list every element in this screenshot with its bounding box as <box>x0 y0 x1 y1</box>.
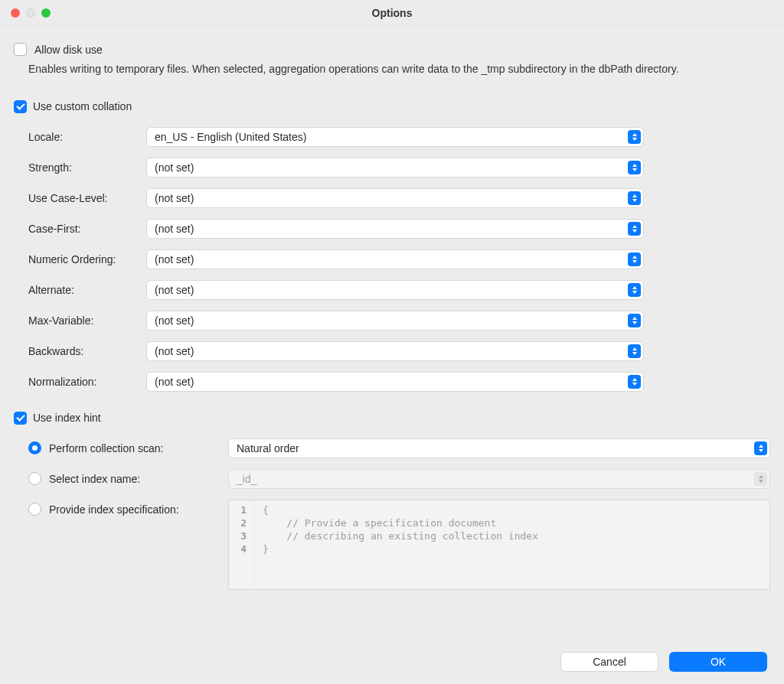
collation-row-case-first: Case-First: (not set) <box>28 219 770 239</box>
collation-select-case-level[interactable]: (not set) <box>146 188 644 208</box>
select-index-name: _id_ <box>228 469 770 489</box>
use-index-hint-section: Use index hint Perform collection scan: … <box>14 412 770 590</box>
collation-label-strength: Strength: <box>28 161 146 174</box>
label-perform-collection-scan: Perform collection scan: <box>49 438 220 458</box>
collation-label-case-level: Use Case-Level: <box>28 192 146 204</box>
collation-label-max-variable: Max-Variable: <box>28 314 146 327</box>
select-stepper-icon <box>628 161 641 174</box>
traffic-lights <box>0 8 51 18</box>
select-stepper-icon <box>754 472 767 486</box>
titlebar: Options <box>0 0 784 26</box>
collation-row-backwards: Backwards: (not set) <box>28 341 770 361</box>
radio-select-index-name[interactable] <box>28 472 41 485</box>
collation-row-normalization: Normalization: (not set) <box>28 372 770 392</box>
option-provide-index-spec: Provide index specification: 1234 { // P… <box>28 500 770 590</box>
option-select-index-name: Select index name: _id_ <box>28 469 770 489</box>
collation-select-case-first[interactable]: (not set) <box>146 219 644 239</box>
collation-select-strength[interactable]: (not set) <box>146 158 644 178</box>
collation-select-normalization[interactable]: (not set) <box>146 372 644 392</box>
select-stepper-icon <box>628 375 641 389</box>
collation-row-alternate: Alternate: (not set) <box>28 280 770 300</box>
collation-value-locale: en_US - English (United States) <box>155 131 306 143</box>
select-stepper-icon <box>628 191 641 205</box>
collation-row-max-variable: Max-Variable: (not set) <box>28 311 770 331</box>
collation-select-locale[interactable]: en_US - English (United States) <box>146 127 644 147</box>
collation-row-numeric-ordering: Numeric Ordering: (not set) <box>28 249 770 269</box>
collation-label-numeric-ordering: Numeric Ordering: <box>28 253 146 265</box>
collation-label-locale: Locale: <box>28 131 146 143</box>
ok-button[interactable]: OK <box>669 652 767 672</box>
use-index-hint-checkbox[interactable] <box>14 412 27 425</box>
allow-disk-use-row: Allow disk use <box>14 43 770 56</box>
use-custom-collation-label: Use custom collation <box>33 100 132 112</box>
collation-label-normalization: Normalization: <box>28 376 146 388</box>
index-hint-options: Perform collection scan: Natural order S… <box>28 438 770 590</box>
allow-disk-use-desc: Enables writing to temporary files. When… <box>28 62 770 77</box>
code-gutter: 1234 <box>229 500 255 589</box>
label-select-index-name: Select index name: <box>49 469 220 489</box>
option-perform-collection-scan: Perform collection scan: Natural order <box>28 438 770 458</box>
radio-provide-index-spec[interactable] <box>28 503 41 516</box>
use-index-hint-label: Use index hint <box>33 412 101 424</box>
collation-label-backwards: Backwards: <box>28 345 146 357</box>
select-stepper-icon <box>628 344 641 358</box>
cancel-button[interactable]: Cancel <box>560 652 658 672</box>
collation-select-max-variable[interactable]: (not set) <box>146 311 644 331</box>
dialog-footer: Cancel OK <box>560 652 767 672</box>
select-stepper-icon <box>628 252 641 266</box>
collation-rows: Locale: en_US - English (United States) … <box>28 127 770 392</box>
label-provide-index-spec: Provide index specification: <box>49 500 220 520</box>
select-stepper-icon <box>628 130 641 144</box>
collation-select-alternate[interactable]: (not set) <box>146 280 644 300</box>
maximize-window-button[interactable] <box>41 8 51 18</box>
close-window-button[interactable] <box>11 8 20 18</box>
radio-perform-collection-scan[interactable] <box>28 441 41 454</box>
use-index-hint-row: Use index hint <box>14 412 770 425</box>
select-stepper-icon <box>628 283 641 297</box>
use-custom-collation-row: Use custom collation <box>14 100 770 113</box>
collation-select-backwards[interactable]: (not set) <box>146 341 644 361</box>
index-spec-editor: 1234 { // Provide a specification docume… <box>228 500 770 590</box>
select-stepper-icon <box>754 441 767 455</box>
collation-select-numeric-ordering[interactable]: (not set) <box>146 249 644 269</box>
collation-row-strength: Strength: (not set) <box>28 158 770 178</box>
select-collection-scan-order[interactable]: Natural order <box>228 438 770 458</box>
minimize-window-button <box>26 8 35 18</box>
content: Allow disk use Enables writing to tempor… <box>0 26 784 590</box>
code-area: { // Provide a specification document //… <box>255 500 769 589</box>
select-stepper-icon <box>628 222 641 236</box>
use-custom-collation-checkbox[interactable] <box>14 100 27 113</box>
window-title: Options <box>0 7 784 19</box>
collation-label-case-first: Case-First: <box>28 223 146 235</box>
collation-row-locale: Locale: en_US - English (United States) <box>28 127 770 147</box>
allow-disk-use-checkbox[interactable] <box>14 43 27 56</box>
allow-disk-use-label: Allow disk use <box>34 44 103 56</box>
collation-label-alternate: Alternate: <box>28 284 146 296</box>
select-stepper-icon <box>628 314 641 327</box>
collation-row-case-level: Use Case-Level: (not set) <box>28 188 770 208</box>
